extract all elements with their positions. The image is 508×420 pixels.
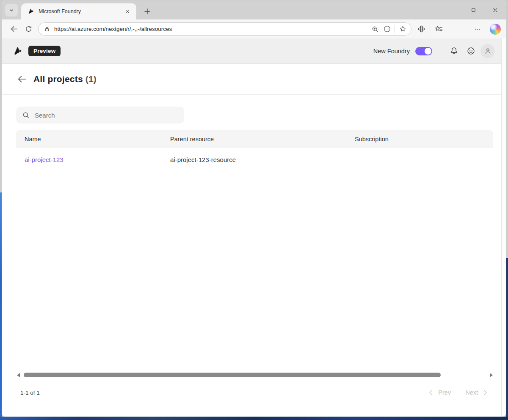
project-link[interactable]: ai-project-123 <box>25 156 64 163</box>
smiley-icon <box>467 47 475 55</box>
browser-titlebar: Microsoft Foundry <box>2 0 506 19</box>
cell-parent-resource: ai-project-123-resource <box>170 156 355 163</box>
projects-table: Name Parent resource Subscription ai-pro… <box>16 130 493 171</box>
person-icon <box>484 47 492 55</box>
address-bar[interactable]: https://ai.azure.com/nextgen/r/,-,,-/all… <box>38 22 411 36</box>
foundry-logo-icon <box>28 8 34 15</box>
table-row: ai-project-123 ai-project-123-resource <box>16 148 493 171</box>
column-header-name: Name <box>16 136 170 143</box>
search-icon <box>22 111 30 119</box>
page-title: All projects(1) <box>33 74 97 84</box>
next-page-button[interactable]: Next <box>462 389 489 396</box>
chevron-left-icon <box>427 389 435 396</box>
page-title-text: All projects <box>33 74 83 84</box>
toggle-knob <box>425 48 431 55</box>
pagination-controls: Prev Next <box>427 389 489 396</box>
prev-page-button[interactable]: Prev <box>427 389 454 396</box>
chevron-right-icon <box>481 389 489 396</box>
vertical-scrollbar-track[interactable] <box>501 38 506 417</box>
horizontal-scrollbar-thumb[interactable] <box>24 373 441 377</box>
prev-label: Prev <box>438 389 451 396</box>
site-permissions-button[interactable] <box>381 23 393 35</box>
extensions-button[interactable] <box>415 23 428 36</box>
settings-menu-button[interactable] <box>471 23 484 36</box>
feedback-button[interactable] <box>464 44 478 58</box>
cell-project-name: ai-project-123 <box>16 156 170 163</box>
chevron-down-icon <box>8 7 15 14</box>
window-minimize-button[interactable] <box>441 0 463 19</box>
maximize-icon <box>471 7 476 13</box>
window-controls <box>441 0 506 19</box>
lock-icon <box>44 26 50 33</box>
new-foundry-toggle[interactable] <box>415 47 432 55</box>
back-arrow-icon <box>10 25 19 33</box>
minimize-icon <box>449 7 455 13</box>
horizontal-scrollbar[interactable] <box>16 373 494 378</box>
plus-icon <box>144 8 151 15</box>
toolbar-divider <box>430 25 430 33</box>
browser-window: Microsoft Foundry <box>2 0 506 417</box>
page-content: All projects(1) Name Parent resource Sub… <box>2 64 506 417</box>
back-arrow-icon <box>17 74 28 85</box>
scroll-left-arrow-icon[interactable] <box>17 373 20 377</box>
tab-close-button[interactable] <box>123 7 132 16</box>
page-title-count: (1) <box>86 74 97 84</box>
favorite-this-page-button[interactable] <box>397 23 409 35</box>
browser-toolbar: https://ai.azure.com/nextgen/r/,-,,-/all… <box>2 19 506 38</box>
search-input[interactable] <box>35 112 178 119</box>
copilot-icon[interactable] <box>490 24 501 35</box>
url-text[interactable]: https://ai.azure.com/nextgen/r/,-,,-/all… <box>54 26 369 32</box>
page-back-button[interactable] <box>16 73 28 85</box>
toolbar-right-icons <box>415 23 501 36</box>
tab-title: Microsoft Foundry <box>39 8 123 14</box>
window-maximize-button[interactable] <box>463 0 484 19</box>
address-bar-divider <box>395 25 395 33</box>
close-icon <box>492 7 498 13</box>
star-icon <box>399 25 407 33</box>
back-button[interactable] <box>7 22 21 36</box>
desktop-edge-right <box>506 258 508 420</box>
close-icon <box>125 9 130 14</box>
column-header-subscription: Subscription <box>355 136 493 143</box>
pagination-summary: 1-1 of 1 <box>20 390 40 396</box>
favorites-bar-icon <box>434 25 443 33</box>
extensions-icon <box>417 25 426 33</box>
preview-badge: Preview <box>28 46 61 56</box>
next-label: Next <box>465 389 478 396</box>
desktop-edge-bottom <box>0 417 508 420</box>
new-foundry-label: New Foundry <box>373 48 410 55</box>
tab-search-button[interactable] <box>5 4 18 16</box>
pagination-row: 1-1 of 1 Prev Next <box>20 389 489 396</box>
column-header-parent-resource: Parent resource <box>170 136 355 143</box>
favorites-button[interactable] <box>432 23 445 36</box>
more-options-icon <box>474 25 481 33</box>
refresh-button[interactable] <box>21 22 36 36</box>
page-title-row: All projects(1) <box>2 64 506 95</box>
notifications-button[interactable] <box>447 44 461 58</box>
ellipsis-circle-icon <box>383 25 391 33</box>
app-header: Preview New Foundry <box>2 38 506 64</box>
account-avatar[interactable] <box>480 44 495 58</box>
table-header-row: Name Parent resource Subscription <box>16 130 493 148</box>
foundry-logo-icon <box>13 46 23 56</box>
search-box[interactable] <box>16 107 184 124</box>
new-tab-button[interactable] <box>141 5 153 17</box>
scroll-right-arrow-icon[interactable] <box>490 373 493 377</box>
zoom-in-icon <box>371 25 379 33</box>
bell-icon <box>450 47 458 55</box>
refresh-icon <box>25 25 33 33</box>
window-close-button[interactable] <box>484 0 506 19</box>
zoom-button[interactable] <box>369 23 381 35</box>
browser-tab[interactable]: Microsoft Foundry <box>21 3 136 19</box>
